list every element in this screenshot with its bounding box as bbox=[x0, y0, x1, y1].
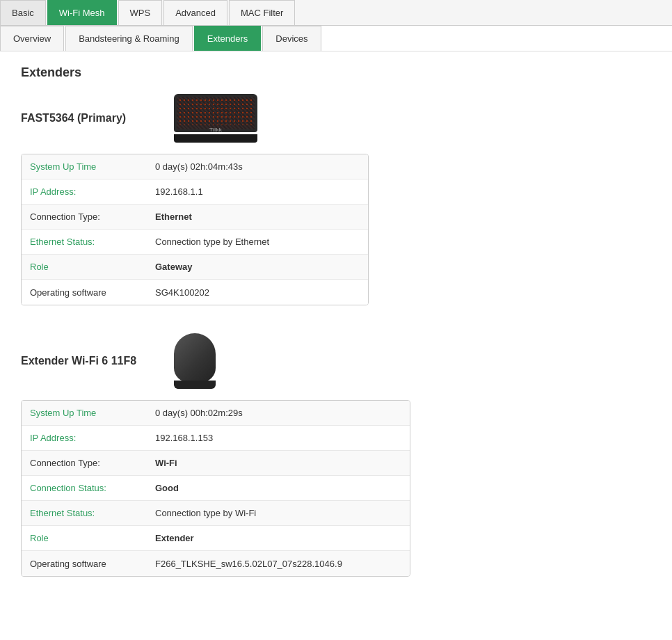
subtab-overview[interactable]: Overview bbox=[0, 26, 64, 51]
ext-base bbox=[174, 381, 216, 389]
tab-mac-filter[interactable]: MAC Filter bbox=[229, 0, 295, 25]
primary-device-name: FAST5364 (Primary) bbox=[21, 112, 160, 125]
extender-device-section: Extender Wi-Fi 6 11F8 System Up Time 0 d… bbox=[21, 333, 651, 577]
tab-wps[interactable]: WPS bbox=[118, 0, 163, 25]
primary-info-table: System Up Time 0 day(s) 02h:04m:43s IP A… bbox=[21, 154, 369, 305]
table-row: Connection Type: Wi-Fi bbox=[22, 451, 410, 476]
label-role: Role bbox=[22, 256, 147, 278]
value-ext-role: Extender bbox=[147, 527, 410, 549]
router-base bbox=[174, 134, 257, 143]
label-system-uptime: System Up Time bbox=[22, 156, 147, 177]
ext-body bbox=[174, 333, 216, 382]
value-ethernet-status: Connection type by Ethernet bbox=[147, 231, 368, 253]
table-row: System Up Time 0 day(s) 00h:02m:29s bbox=[22, 401, 410, 426]
primary-device-header: FAST5364 (Primary) Tilkk bbox=[21, 94, 651, 143]
label-operating-software: Operating software bbox=[22, 282, 147, 303]
table-row: Operating software F266_TLKSHE_sw16.5.02… bbox=[22, 551, 410, 576]
value-connection-type: Ethernet bbox=[147, 206, 368, 227]
value-operating-software: SG4K100202 bbox=[147, 282, 368, 303]
primary-router-image: Tilkk bbox=[174, 94, 257, 143]
extender-device-name: Extender Wi-Fi 6 11F8 bbox=[21, 355, 160, 367]
subtab-devices[interactable]: Devices bbox=[262, 26, 321, 51]
table-row: Ethernet Status: Connection type by Ethe… bbox=[22, 230, 368, 255]
router-logo: Tilkk bbox=[209, 127, 222, 133]
table-row: Connection Type: Ethernet bbox=[22, 205, 368, 230]
primary-device-section: FAST5364 (Primary) Tilkk System Up Time … bbox=[21, 94, 651, 305]
value-system-uptime: 0 day(s) 02h:04m:43s bbox=[147, 156, 368, 177]
table-row: IP Address: 192.168.1.1 bbox=[22, 179, 368, 205]
table-row: Connection Status: Good bbox=[22, 476, 410, 501]
value-ext-operating-software: F266_TLKSHE_sw16.5.02L07_07s228.1046.9 bbox=[147, 553, 410, 575]
subtab-extenders[interactable]: Extenders bbox=[194, 26, 262, 51]
label-ext-connection-status: Connection Status: bbox=[22, 477, 147, 499]
table-row: Role Extender bbox=[22, 526, 410, 551]
router-dots bbox=[178, 98, 253, 125]
tab-basic[interactable]: Basic bbox=[0, 0, 46, 25]
value-ext-connection-type: Wi-Fi bbox=[147, 452, 410, 474]
page-title: Extenders bbox=[21, 65, 651, 80]
primary-tab-bar: Basic Wi-Fi Mesh WPS Advanced MAC Filter bbox=[0, 0, 672, 26]
label-ext-operating-software: Operating software bbox=[22, 553, 147, 575]
table-row: Role Gateway bbox=[22, 255, 368, 280]
table-row: IP Address: 192.168.1.153 bbox=[22, 426, 410, 451]
secondary-tab-bar: Overview Bandsteering & Roaming Extender… bbox=[0, 26, 672, 51]
value-ext-system-uptime: 0 day(s) 00h:02m:29s bbox=[147, 402, 410, 424]
value-role: Gateway bbox=[147, 256, 368, 278]
label-connection-type: Connection Type: bbox=[22, 206, 147, 227]
label-ethernet-status: Ethernet Status: bbox=[22, 231, 147, 253]
table-row: System Up Time 0 day(s) 02h:04m:43s bbox=[22, 154, 368, 179]
tab-wifi-mesh[interactable]: Wi-Fi Mesh bbox=[47, 0, 117, 25]
label-ext-role: Role bbox=[22, 527, 147, 549]
extender-info-table: System Up Time 0 day(s) 00h:02m:29s IP A… bbox=[21, 400, 410, 577]
value-ip-address: 192.168.1.1 bbox=[147, 181, 368, 202]
extender-image bbox=[174, 333, 216, 389]
label-ext-ip-address: IP Address: bbox=[22, 427, 147, 449]
extender-device-header: Extender Wi-Fi 6 11F8 bbox=[21, 333, 651, 389]
label-ext-system-uptime: System Up Time bbox=[22, 402, 147, 424]
value-ext-ip-address: 192.168.1.153 bbox=[147, 427, 410, 449]
tab-advanced[interactable]: Advanced bbox=[163, 0, 227, 25]
subtab-bandsteering[interactable]: Bandsteering & Roaming bbox=[65, 26, 193, 51]
label-ip-address: IP Address: bbox=[22, 181, 147, 202]
table-row: Ethernet Status: Connection type by Wi-F… bbox=[22, 501, 410, 526]
value-ext-ethernet-status: Connection type by Wi-Fi bbox=[147, 502, 410, 524]
label-ext-connection-type: Connection Type: bbox=[22, 452, 147, 474]
value-ext-connection-status: Good bbox=[147, 477, 410, 499]
table-row: Operating software SG4K100202 bbox=[22, 280, 368, 305]
label-ext-ethernet-status: Ethernet Status: bbox=[22, 502, 147, 524]
page-content: Extenders FAST5364 (Primary) Tilkk Syste… bbox=[0, 51, 672, 618]
